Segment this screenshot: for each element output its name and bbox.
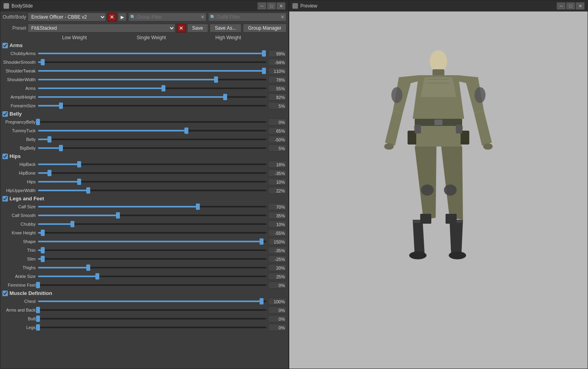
slider-track[interactable]	[38, 53, 266, 54]
section-checkbox-0[interactable]	[2, 43, 8, 48]
preset-label: Preset	[2, 25, 26, 31]
slider-track[interactable]	[38, 241, 266, 242]
slider-name: Knee Height	[2, 230, 38, 235]
slider-track[interactable]	[38, 147, 266, 149]
preview-close-button[interactable]: ✕	[576, 2, 584, 10]
slider-track[interactable]	[38, 276, 266, 277]
slider-name: HipBack	[2, 162, 38, 167]
slider-track[interactable]	[38, 267, 266, 268]
slider-value: -35%	[268, 247, 286, 254]
minimize-button[interactable]: ─	[258, 2, 266, 10]
save-as-button[interactable]: Save As...	[210, 24, 241, 32]
group-filter-input[interactable]	[137, 14, 199, 20]
preset-clear-button[interactable]: ✕	[177, 24, 186, 32]
preset-select[interactable]: Fit&Stacked	[28, 24, 175, 32]
slider-track[interactable]	[38, 190, 266, 191]
slider-track[interactable]	[38, 206, 266, 207]
slider-track[interactable]	[38, 309, 266, 311]
slider-value: 20%	[268, 264, 286, 271]
slider-track[interactable]	[38, 327, 266, 328]
preview-minimize-button[interactable]: ─	[557, 2, 565, 10]
slider-row: ShoulderSmooth -94%	[0, 58, 288, 67]
maximize-button[interactable]: □	[267, 2, 276, 10]
section-checkbox-3[interactable]	[2, 196, 8, 202]
section-title-4: Muscle Definition	[9, 290, 52, 296]
slider-value: 35%	[268, 212, 286, 219]
weight-headers: Low Weight Single Weight High Weight	[0, 34, 288, 42]
slider-value: 5%	[268, 102, 286, 109]
slider-track[interactable]	[38, 164, 266, 165]
preview-viewport[interactable]	[289, 11, 588, 369]
slider-row: ChubbyArms 99%	[0, 49, 288, 58]
slider-track[interactable]	[38, 215, 266, 216]
slider-row: ShoulderWidth 78%	[0, 75, 288, 84]
section-header-belly: Belly	[0, 110, 288, 118]
slider-row: Belly -50%	[0, 135, 288, 144]
slider-track[interactable]	[38, 301, 266, 302]
slider-track[interactable]	[38, 61, 266, 63]
slider-value: 99%	[268, 50, 286, 57]
section-title-0: Arms	[9, 42, 23, 48]
slider-track[interactable]	[38, 87, 266, 89]
slider-track[interactable]	[38, 318, 266, 320]
section-checkbox-2[interactable]	[2, 154, 8, 159]
slider-name: ArmpitHeight	[2, 95, 38, 99]
slider-value: 18%	[268, 161, 286, 168]
slider-name: Calf Smooth	[2, 213, 38, 218]
slider-value: -55%	[268, 229, 286, 236]
svg-rect-20	[456, 125, 462, 133]
slider-row: ArmpitHeight 82%	[0, 93, 288, 101]
slider-track[interactable]	[38, 223, 266, 225]
slider-track[interactable]	[38, 105, 266, 107]
outfit-filter-clear-icon[interactable]: ✕	[281, 14, 285, 20]
slider-value: 5%	[268, 145, 286, 152]
slider-row: HipBack 18%	[0, 160, 288, 169]
slider-value: 55%	[268, 85, 286, 92]
slider-track[interactable]	[38, 130, 266, 131]
slider-row: Chest 100%	[0, 297, 288, 306]
outfit-clear-button[interactable]: ✕	[108, 13, 116, 21]
svg-rect-18	[446, 214, 457, 224]
preview-titlebar: Preview ─ □ ✕	[289, 0, 588, 11]
slider-name: HipBone	[2, 171, 38, 175]
slider-name: ChubbyArms	[2, 51, 38, 56]
slider-track[interactable]	[38, 181, 266, 183]
slider-track[interactable]	[38, 79, 266, 80]
slider-track[interactable]	[38, 96, 266, 98]
slider-value: -94%	[268, 59, 286, 66]
slider-track[interactable]	[38, 139, 266, 140]
slider-row: Ankle Size 25%	[0, 272, 288, 281]
slider-track[interactable]	[38, 121, 266, 123]
preview-maximize-button[interactable]: □	[566, 2, 575, 10]
close-button[interactable]: ✕	[277, 2, 285, 10]
slider-name: Chubby	[2, 222, 38, 226]
slider-row: BigBelly 5%	[0, 144, 288, 152]
slider-track[interactable]	[38, 232, 266, 234]
outfit-label: Outfit/Body	[2, 14, 26, 20]
svg-point-9	[421, 184, 434, 196]
slider-track[interactable]	[38, 284, 266, 286]
slider-name: Feminine Feet	[2, 283, 38, 287]
slider-row: Feminine Feet 0%	[0, 281, 288, 289]
slider-name: HipUpperWidth	[2, 188, 38, 193]
section-checkbox-1[interactable]	[2, 111, 8, 117]
outfit-select[interactable]: Enclave Officer - CBBE v2	[28, 13, 106, 21]
slider-track[interactable]	[38, 172, 266, 174]
outfit-filter-box: 🔍 ✕	[208, 13, 286, 21]
slider-track[interactable]	[38, 258, 266, 260]
titlebar-left: BodySlide	[4, 3, 33, 9]
slider-name: Arms	[2, 86, 38, 91]
slider-name: Chest	[2, 299, 38, 304]
group-filter-clear-icon[interactable]: ✕	[201, 14, 205, 20]
outfit-nav-button[interactable]: ▶	[118, 13, 127, 21]
outfit-filter-input[interactable]	[217, 14, 279, 20]
group-manager-button[interactable]: Group Manager	[243, 24, 286, 32]
slider-track[interactable]	[38, 70, 266, 72]
slider-track[interactable]	[38, 249, 266, 251]
section-checkbox-4[interactable]	[2, 291, 8, 296]
low-weight-label: Low Weight	[36, 35, 113, 40]
group-filter-search-icon: 🔍	[130, 15, 136, 20]
save-button[interactable]: Save	[187, 24, 208, 32]
svg-point-11	[409, 251, 427, 259]
slider-value: 150%	[268, 238, 286, 245]
